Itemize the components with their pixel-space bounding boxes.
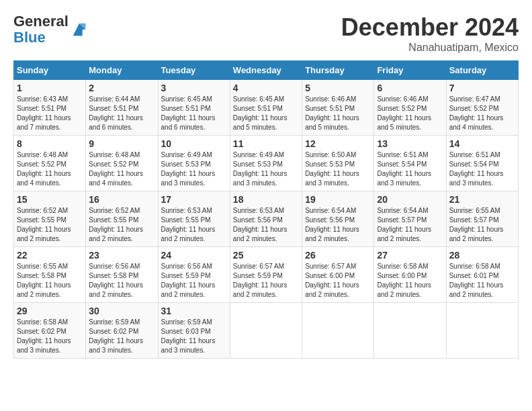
sunrise-label: Sunrise: 6:51 AM xyxy=(449,151,500,158)
day-info: Sunrise: 6:59 AM Sunset: 6:03 PM Dayligh… xyxy=(161,318,227,355)
sunrise-label: Sunrise: 6:44 AM xyxy=(89,95,140,103)
sunset-label: Sunset: 5:51 PM xyxy=(305,105,355,112)
calendar-cell xyxy=(446,303,518,359)
day-info: Sunrise: 6:54 AM Sunset: 5:57 PM Dayligh… xyxy=(377,206,443,244)
day-number: 22 xyxy=(17,250,83,261)
day-info: Sunrise: 6:53 AM Sunset: 5:55 PM Dayligh… xyxy=(161,206,227,244)
sunrise-label: Sunrise: 6:53 AM xyxy=(233,207,284,214)
day-info: Sunrise: 6:46 AM Sunset: 5:51 PM Dayligh… xyxy=(305,95,371,132)
sunset-label: Sunset: 5:51 PM xyxy=(161,105,211,112)
daylight-label: Daylight: 11 hours and 2 minutes. xyxy=(17,226,71,242)
sunset-label: Sunset: 6:01 PM xyxy=(449,272,499,279)
daylight-label: Daylight: 11 hours and 3 minutes. xyxy=(17,337,71,354)
sunrise-label: Sunrise: 6:52 AM xyxy=(17,207,68,214)
day-info: Sunrise: 6:48 AM Sunset: 5:52 PM Dayligh… xyxy=(89,150,154,188)
sunrise-label: Sunrise: 6:54 AM xyxy=(305,207,356,214)
calendar-cell: 22 Sunrise: 6:55 AM Sunset: 5:58 PM Dayl… xyxy=(14,247,86,303)
sunrise-label: Sunrise: 6:45 AM xyxy=(233,95,284,103)
week-row-1: 1 Sunrise: 6:43 AM Sunset: 5:51 PM Dayli… xyxy=(14,80,519,136)
day-number: 9 xyxy=(89,138,154,149)
sunset-label: Sunset: 5:51 PM xyxy=(89,105,138,112)
sunrise-label: Sunrise: 6:49 AM xyxy=(233,151,284,158)
day-number: 11 xyxy=(233,138,299,149)
calendar-cell: 6 Sunrise: 6:46 AM Sunset: 5:52 PM Dayli… xyxy=(374,80,446,136)
day-info: Sunrise: 6:49 AM Sunset: 5:53 PM Dayligh… xyxy=(233,150,299,188)
sunset-label: Sunset: 5:55 PM xyxy=(89,216,138,224)
calendar-cell: 24 Sunrise: 6:56 AM Sunset: 5:59 PM Dayl… xyxy=(158,247,230,303)
logo: General Blue xyxy=(13,13,89,46)
sunrise-label: Sunrise: 6:58 AM xyxy=(449,263,500,270)
day-number: 2 xyxy=(89,83,154,93)
title-area: December 2024 Nanahuatipam, Mexico xyxy=(341,13,519,54)
day-info: Sunrise: 6:52 AM Sunset: 5:55 PM Dayligh… xyxy=(89,206,154,244)
day-header-monday: Monday xyxy=(86,61,158,80)
day-number: 21 xyxy=(449,194,515,205)
calendar-cell: 14 Sunrise: 6:51 AM Sunset: 5:54 PM Dayl… xyxy=(446,136,518,191)
sunrise-label: Sunrise: 6:57 AM xyxy=(233,263,284,270)
day-number: 15 xyxy=(17,194,83,205)
calendar-cell xyxy=(374,303,446,359)
day-info: Sunrise: 6:53 AM Sunset: 5:56 PM Dayligh… xyxy=(233,206,299,244)
day-number: 18 xyxy=(233,194,299,205)
sunset-label: Sunset: 5:55 PM xyxy=(161,216,211,224)
day-info: Sunrise: 6:54 AM Sunset: 5:56 PM Dayligh… xyxy=(305,206,371,244)
day-number: 7 xyxy=(449,83,515,93)
sunset-label: Sunset: 5:54 PM xyxy=(449,161,499,168)
daylight-label: Daylight: 11 hours and 3 minutes. xyxy=(233,170,287,187)
sunset-label: Sunset: 5:59 PM xyxy=(233,272,283,279)
calendar-cell xyxy=(230,303,302,359)
calendar-cell: 30 Sunrise: 6:59 AM Sunset: 6:02 PM Dayl… xyxy=(86,303,158,359)
daylight-label: Daylight: 11 hours and 4 minutes. xyxy=(89,170,143,187)
calendar-cell: 3 Sunrise: 6:45 AM Sunset: 5:51 PM Dayli… xyxy=(158,80,230,136)
sunrise-label: Sunrise: 6:59 AM xyxy=(161,318,212,326)
calendar-cell: 27 Sunrise: 6:58 AM Sunset: 6:00 PM Dayl… xyxy=(374,247,446,303)
sunset-label: Sunset: 5:52 PM xyxy=(17,161,66,168)
daylight-label: Daylight: 11 hours and 7 minutes. xyxy=(17,114,71,131)
day-info: Sunrise: 6:43 AM Sunset: 5:51 PM Dayligh… xyxy=(17,95,83,132)
day-number: 23 xyxy=(89,250,154,261)
day-info: Sunrise: 6:52 AM Sunset: 5:55 PM Dayligh… xyxy=(17,206,83,244)
sunrise-label: Sunrise: 6:49 AM xyxy=(161,151,212,158)
calendar-cell: 16 Sunrise: 6:52 AM Sunset: 5:55 PM Dayl… xyxy=(86,191,158,247)
sunrise-label: Sunrise: 6:51 AM xyxy=(377,151,428,158)
sunset-label: Sunset: 5:56 PM xyxy=(305,216,355,224)
day-info: Sunrise: 6:47 AM Sunset: 5:52 PM Dayligh… xyxy=(449,95,515,132)
day-number: 31 xyxy=(161,306,227,316)
day-number: 29 xyxy=(17,306,83,316)
sunrise-label: Sunrise: 6:58 AM xyxy=(17,318,68,326)
day-info: Sunrise: 6:56 AM Sunset: 5:58 PM Dayligh… xyxy=(89,262,154,300)
daylight-label: Daylight: 11 hours and 3 minutes. xyxy=(305,170,359,187)
sunrise-label: Sunrise: 6:48 AM xyxy=(17,151,68,158)
day-number: 6 xyxy=(377,83,443,93)
sunset-label: Sunset: 5:58 PM xyxy=(89,272,138,279)
daylight-label: Daylight: 11 hours and 5 minutes. xyxy=(305,114,359,131)
daylight-label: Daylight: 11 hours and 2 minutes. xyxy=(161,226,216,242)
day-number: 1 xyxy=(17,83,83,93)
week-row-4: 22 Sunrise: 6:55 AM Sunset: 5:58 PM Dayl… xyxy=(14,247,519,303)
daylight-label: Daylight: 11 hours and 3 minutes. xyxy=(89,337,143,354)
page-header: General Blue December 2024 Nanahuatipam,… xyxy=(13,13,519,54)
day-header-saturday: Saturday xyxy=(446,61,518,80)
daylight-label: Daylight: 11 hours and 4 minutes. xyxy=(449,114,504,131)
calendar-cell: 4 Sunrise: 6:45 AM Sunset: 5:51 PM Dayli… xyxy=(230,80,302,136)
sunset-label: Sunset: 6:00 PM xyxy=(305,272,355,279)
sunrise-label: Sunrise: 6:52 AM xyxy=(89,207,140,214)
sunset-label: Sunset: 6:03 PM xyxy=(161,328,211,335)
daylight-label: Daylight: 11 hours and 2 minutes. xyxy=(305,226,359,242)
logo-icon xyxy=(70,20,89,39)
calendar-cell: 10 Sunrise: 6:49 AM Sunset: 5:53 PM Dayl… xyxy=(158,136,230,191)
sunrise-label: Sunrise: 6:50 AM xyxy=(305,151,356,158)
sunrise-label: Sunrise: 6:43 AM xyxy=(17,95,68,103)
day-header-tuesday: Tuesday xyxy=(158,61,230,80)
day-info: Sunrise: 6:44 AM Sunset: 5:51 PM Dayligh… xyxy=(89,95,154,132)
day-header-row: SundayMondayTuesdayWednesdayThursdayFrid… xyxy=(14,61,519,80)
daylight-label: Daylight: 11 hours and 6 minutes. xyxy=(89,114,143,131)
calendar-cell: 7 Sunrise: 6:47 AM Sunset: 5:52 PM Dayli… xyxy=(446,80,518,136)
week-row-3: 15 Sunrise: 6:52 AM Sunset: 5:55 PM Dayl… xyxy=(14,191,519,247)
week-row-2: 8 Sunrise: 6:48 AM Sunset: 5:52 PM Dayli… xyxy=(14,136,519,191)
daylight-label: Daylight: 11 hours and 3 minutes. xyxy=(161,170,216,187)
daylight-label: Daylight: 11 hours and 6 minutes. xyxy=(161,114,216,131)
calendar-cell: 18 Sunrise: 6:53 AM Sunset: 5:56 PM Dayl… xyxy=(230,191,302,247)
day-info: Sunrise: 6:58 AM Sunset: 6:01 PM Dayligh… xyxy=(449,262,515,300)
calendar-cell: 20 Sunrise: 6:54 AM Sunset: 5:57 PM Dayl… xyxy=(374,191,446,247)
